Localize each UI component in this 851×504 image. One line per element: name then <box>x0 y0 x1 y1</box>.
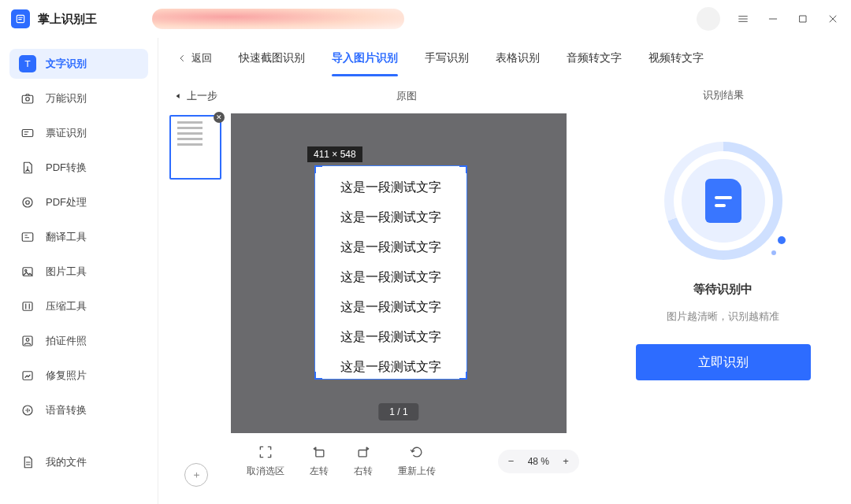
close-button[interactable] <box>826 12 840 26</box>
sidebar-item-label: PDF处理 <box>46 195 87 209</box>
test-line: 这是一段测试文字 <box>315 269 466 286</box>
tool-rotate-right[interactable]: 右转 <box>354 444 373 478</box>
original-label: 原图 <box>217 89 595 103</box>
chevron-left-icon <box>177 54 187 63</box>
test-line: 这是一段测试文字 <box>315 359 466 376</box>
sidebar: 文字识别 万能识别 票证识别 PDF转换 PDF处理 翻译工具 图片工具 压缩 <box>0 38 158 504</box>
triangle-left-icon <box>174 92 182 100</box>
tab-screenshot[interactable]: 快速截图识别 <box>239 40 305 76</box>
svg-point-9 <box>25 269 27 271</box>
user-avatar[interactable] <box>697 7 720 31</box>
person-icon <box>20 334 35 348</box>
sidebar-item-pdf-process[interactable]: PDF处理 <box>9 187 148 217</box>
sidebar-item-voice[interactable]: 语音转换 <box>9 395 148 425</box>
waiting-hint: 图片越清晰，识别越精准 <box>667 309 779 324</box>
prev-step-button[interactable]: 上一步 <box>174 89 217 103</box>
back-button[interactable]: 返回 <box>177 51 212 65</box>
tool-label: 取消选区 <box>247 465 284 478</box>
sidebar-item-label: 万能识别 <box>46 91 87 106</box>
maximize-button[interactable] <box>796 12 810 26</box>
sidebar-item-text-ocr[interactable]: 文字识别 <box>9 49 148 79</box>
zoom-out-button[interactable]: − <box>503 453 520 470</box>
tool-deselect[interactable]: 取消选区 <box>247 444 284 478</box>
promo-banner[interactable] <box>152 9 404 29</box>
tool-rotate-left[interactable]: 左转 <box>310 444 329 478</box>
restore-icon <box>20 369 35 383</box>
sidebar-item-label: 压缩工具 <box>46 299 87 313</box>
sidebar-item-idphoto[interactable]: 拍证件照 <box>9 326 148 356</box>
sidebar-item-translate[interactable]: 翻译工具 <box>9 222 148 252</box>
sidebar-item-label: 修复照片 <box>46 369 87 383</box>
prev-step-label: 上一步 <box>187 89 217 103</box>
ticket-icon <box>20 126 35 140</box>
sidebar-item-label: 我的文件 <box>46 455 87 469</box>
tab-audio[interactable]: 音频转文字 <box>567 40 622 76</box>
svg-point-5 <box>23 198 32 207</box>
zoom-control: − 48 % + <box>498 450 579 473</box>
sidebar-item-label: 语音转换 <box>46 403 87 417</box>
pdf-process-icon <box>20 195 35 209</box>
pdf-convert-icon <box>20 161 35 175</box>
menu-icon[interactable] <box>736 12 750 26</box>
sidebar-item-ticket[interactable]: 票证识别 <box>9 118 148 148</box>
tab-handwriting[interactable]: 手写识别 <box>425 40 469 76</box>
sidebar-item-label: 拍证件照 <box>46 334 87 348</box>
rotate-left-icon <box>311 444 327 460</box>
page-indicator: 1 / 1 <box>378 403 418 421</box>
dimensions-badge: 411 × 548 <box>307 146 362 162</box>
zoom-value: 48 % <box>528 456 549 467</box>
tool-reupload[interactable]: 重新上传 <box>398 444 436 478</box>
svg-rect-7 <box>22 233 33 242</box>
image-icon <box>20 265 35 279</box>
translate-icon <box>20 230 35 244</box>
add-image-button[interactable]: ＋ <box>184 463 208 487</box>
svg-rect-4 <box>22 130 33 137</box>
sidebar-item-label: PDF转换 <box>46 161 87 175</box>
file-icon <box>20 455 35 469</box>
svg-rect-2 <box>22 95 33 103</box>
app-title: 掌上识别王 <box>38 12 97 27</box>
tab-table[interactable]: 表格识别 <box>496 40 540 76</box>
tabs-bar: 返回 快速截图识别 导入图片识别 手写识别 表格识别 音频转文字 视频转文字 <box>158 38 851 79</box>
sidebar-item-label: 图片工具 <box>46 265 87 279</box>
svg-rect-15 <box>316 450 324 457</box>
sidebar-item-label: 文字识别 <box>46 57 87 71</box>
sidebar-item-myfiles[interactable]: 我的文件 <box>9 447 148 477</box>
svg-rect-1 <box>800 16 806 22</box>
test-line: 这是一段测试文字 <box>315 299 466 316</box>
zoom-in-button[interactable]: + <box>557 453 574 470</box>
minimize-button[interactable] <box>766 12 780 26</box>
result-title: 识别结果 <box>703 88 744 102</box>
tool-label: 重新上传 <box>398 465 436 478</box>
thumbnail-close-icon[interactable]: ✕ <box>214 112 225 123</box>
test-line: 这是一段测试文字 <box>315 209 466 226</box>
tool-label: 右转 <box>354 465 373 478</box>
sidebar-item-image-tools[interactable]: 图片工具 <box>9 257 148 287</box>
deselect-icon <box>258 444 273 460</box>
test-line: 这是一段测试文字 <box>315 239 466 256</box>
sidebar-item-restore[interactable]: 修复照片 <box>9 361 148 391</box>
tab-import-image[interactable]: 导入图片识别 <box>332 40 398 76</box>
test-line: 这是一段测试文字 <box>315 329 466 346</box>
sidebar-item-compress[interactable]: 压缩工具 <box>9 291 148 321</box>
reupload-icon <box>409 444 425 460</box>
compress-icon <box>20 299 35 313</box>
camera-icon <box>20 91 35 106</box>
sidebar-item-universal[interactable]: 万能识别 <box>9 83 148 113</box>
svg-rect-10 <box>23 302 32 311</box>
sidebar-item-pdf-convert[interactable]: PDF转换 <box>9 153 148 183</box>
sidebar-item-label: 翻译工具 <box>46 230 87 244</box>
text-ocr-icon <box>19 55 36 72</box>
sidebar-item-label: 票证识别 <box>46 126 87 140</box>
voice-icon <box>20 403 35 417</box>
app-logo <box>11 9 30 28</box>
selection-box[interactable]: 这是一段测试文字 这是一段测试文字 这是一段测试文字 这是一段测试文字 这是一段… <box>314 165 467 380</box>
waiting-icon <box>664 142 782 260</box>
svg-rect-16 <box>359 450 366 457</box>
back-label: 返回 <box>191 51 212 65</box>
image-canvas[interactable]: 411 × 548 这是一段测试文字 这是一段测试文字 这是一段测试文字 这是一… <box>231 113 567 433</box>
waiting-text: 等待识别中 <box>693 282 753 297</box>
thumbnail[interactable]: ✕ <box>169 115 221 180</box>
tab-video[interactable]: 视频转文字 <box>648 40 704 76</box>
recognize-button[interactable]: 立即识别 <box>636 344 811 380</box>
